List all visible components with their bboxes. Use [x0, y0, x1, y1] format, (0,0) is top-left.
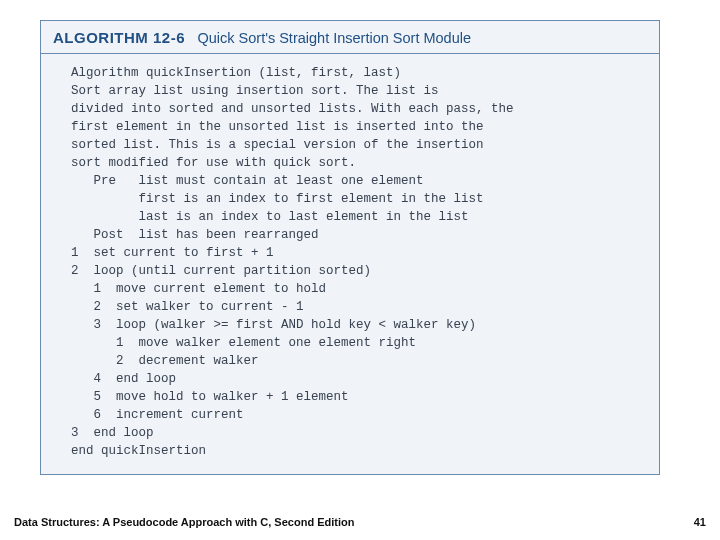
- code-line: 3 loop (walker >= first AND hold key < w…: [71, 318, 476, 332]
- algorithm-header: ALGORITHM 12-6 Quick Sort's Straight Ins…: [41, 21, 659, 54]
- book-title: Data Structures: A Pseudocode Approach w…: [14, 516, 354, 528]
- code-line: last is an index to last element in the …: [71, 210, 469, 224]
- code-line: Sort array list using insertion sort. Th…: [71, 84, 439, 98]
- code-line: 2 loop (until current partition sorted): [71, 264, 371, 278]
- code-line: 1 move walker element one element right: [71, 336, 416, 350]
- code-line: 4 end loop: [71, 372, 176, 386]
- code-line: 3 end loop: [71, 426, 154, 440]
- code-line: Algorithm quickInsertion (list, first, l…: [71, 66, 401, 80]
- code-line: sort modified for use with quick sort.: [71, 156, 356, 170]
- code-line: 1 move current element to hold: [71, 282, 326, 296]
- code-line: Post list has been rearranged: [71, 228, 319, 242]
- code-line: end quickInsertion: [71, 444, 206, 458]
- slide-footer: Data Structures: A Pseudocode Approach w…: [14, 516, 706, 528]
- slide: ALGORITHM 12-6 Quick Sort's Straight Ins…: [0, 0, 720, 540]
- code-line: 2 decrement walker: [71, 354, 259, 368]
- code-line: 2 set walker to current - 1: [71, 300, 304, 314]
- algorithm-number: ALGORITHM 12-6: [53, 29, 185, 46]
- code-line: first is an index to first element in th…: [71, 192, 484, 206]
- page-number: 41: [694, 516, 706, 528]
- algorithm-box: ALGORITHM 12-6 Quick Sort's Straight Ins…: [40, 20, 660, 475]
- code-line: 1 set current to first + 1: [71, 246, 274, 260]
- code-line: 5 move hold to walker + 1 element: [71, 390, 349, 404]
- code-line: Pre list must contain at least one eleme…: [71, 174, 424, 188]
- code-line: sorted list. This is a special version o…: [71, 138, 484, 152]
- code-line: divided into sorted and unsorted lists. …: [71, 102, 514, 116]
- code-line: first element in the unsorted list is in…: [71, 120, 484, 134]
- algorithm-title: Quick Sort's Straight Insertion Sort Mod…: [197, 30, 471, 46]
- code-line: 6 increment current: [71, 408, 244, 422]
- pseudocode-block: Algorithm quickInsertion (list, first, l…: [41, 54, 659, 474]
